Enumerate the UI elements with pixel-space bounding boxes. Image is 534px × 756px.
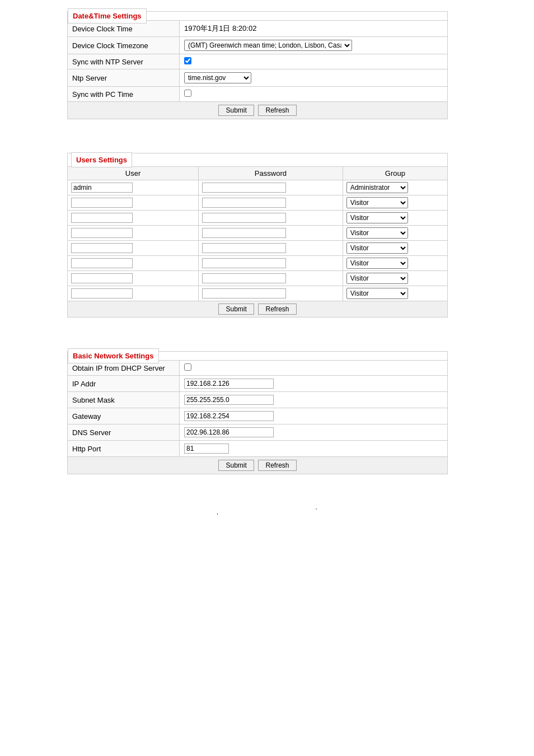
network-title: Basic Network Settings	[68, 348, 159, 363]
password-input-3[interactable]	[202, 213, 286, 223]
device-clock-time-value: 1970年1月1日 8:20:02	[180, 21, 448, 37]
password-input-7[interactable]	[202, 273, 286, 283]
user-cell-1	[68, 180, 199, 195]
subnet-mask-input[interactable]	[184, 395, 274, 405]
user-input-7[interactable]	[71, 273, 133, 283]
password-input-2[interactable]	[202, 198, 286, 208]
ip-addr-row: IP Addr	[68, 376, 448, 392]
password-cell-5	[199, 241, 343, 256]
group-cell-4: VisitorAdministrator	[343, 226, 447, 241]
group-col-header: Group	[343, 167, 447, 180]
user-input-1[interactable]	[71, 183, 133, 193]
user-input-4[interactable]	[71, 228, 133, 238]
users-title-row: Users Settings	[68, 153, 448, 167]
dns-row: DNS Server	[68, 424, 448, 441]
sync-ntp-row: Sync with NTP Server	[68, 54, 448, 69]
user-cell-2	[68, 195, 199, 211]
subnet-mask-cell	[180, 392, 448, 408]
user-col-header: User	[68, 167, 199, 180]
password-input-8[interactable]	[202, 288, 286, 298]
device-clock-timezone-cell: (GMT) Greenwich mean time; London, Lisbo…	[180, 37, 448, 54]
user-input-6[interactable]	[71, 258, 133, 268]
user-row-5: VisitorAdministrator	[68, 241, 448, 256]
user-input-8[interactable]	[71, 288, 133, 298]
password-cell-3	[199, 211, 343, 226]
user-input-5[interactable]	[71, 243, 133, 253]
dhcp-checkbox[interactable]	[184, 363, 191, 371]
users-submit-button[interactable]: Submit	[218, 304, 254, 315]
group-select-8[interactable]: VisitorAdministrator	[346, 288, 408, 299]
password-cell-7	[199, 271, 343, 286]
group-cell-7: VisitorAdministrator	[343, 271, 447, 286]
password-cell-1	[199, 180, 343, 195]
http-port-label: Http Port	[68, 441, 180, 457]
datetime-submit-button[interactable]: Submit	[218, 105, 254, 116]
group-select-2[interactable]: VisitorAdministrator	[346, 197, 408, 208]
user-cell-7	[68, 271, 199, 286]
network-title-row: Basic Network Settings	[68, 352, 448, 361]
users-section: Users Settings User Password Group Admin…	[11, 153, 523, 318]
group-select-4[interactable]: VisitorAdministrator	[346, 227, 408, 239]
password-cell-8	[199, 286, 343, 301]
timezone-select[interactable]: (GMT) Greenwich mean time; London, Lisbo…	[184, 40, 352, 51]
dns-input[interactable]	[184, 427, 274, 437]
bottom-text: , `	[11, 508, 523, 516]
network-submit-button[interactable]: Submit	[218, 460, 254, 471]
http-port-row: Http Port	[68, 441, 448, 457]
sync-pc-checkbox[interactable]	[184, 90, 191, 97]
user-cell-3	[68, 211, 199, 226]
password-input-4[interactable]	[202, 228, 286, 238]
gateway-input[interactable]	[184, 411, 274, 421]
password-input-5[interactable]	[202, 243, 286, 253]
password-input-1[interactable]	[202, 183, 286, 193]
group-select-1[interactable]: Administrator Visitor	[346, 182, 408, 193]
datetime-title-row: Date&Time Settings	[68, 12, 448, 21]
password-col-header: Password	[199, 167, 343, 180]
group-cell-3: VisitorAdministrator	[343, 211, 447, 226]
http-port-input[interactable]	[184, 444, 229, 454]
datetime-btn-cell: Submit Refresh	[68, 102, 448, 119]
ip-addr-input[interactable]	[184, 379, 274, 389]
device-clock-timezone-label: Device Clock Timezone	[68, 37, 180, 54]
datetime-title: Date&Time Settings	[68, 8, 147, 24]
group-select-7[interactable]: VisitorAdministrator	[346, 273, 408, 284]
network-refresh-button[interactable]: Refresh	[258, 460, 296, 471]
users-refresh-button[interactable]: Refresh	[258, 304, 296, 315]
gateway-cell	[180, 408, 448, 424]
user-row-1: Administrator Visitor	[68, 180, 448, 195]
group-cell-5: VisitorAdministrator	[343, 241, 447, 256]
datetime-refresh-button[interactable]: Refresh	[258, 105, 296, 116]
users-title: Users Settings	[71, 152, 132, 167]
subnet-mask-row: Subnet Mask	[68, 392, 448, 408]
datetime-section: Date&Time Settings Device Clock Time 197…	[11, 11, 523, 119]
ntp-server-select[interactable]: time.nist.gov	[184, 72, 251, 83]
datetime-btn-row: Submit Refresh	[68, 102, 448, 119]
group-select-3[interactable]: VisitorAdministrator	[346, 212, 408, 223]
user-input-3[interactable]	[71, 213, 133, 223]
ip-addr-cell	[180, 376, 448, 392]
network-btn-row: Submit Refresh	[68, 457, 448, 474]
group-select-5[interactable]: VisitorAdministrator	[346, 242, 408, 254]
password-cell-2	[199, 195, 343, 211]
group-cell-6: VisitorAdministrator	[343, 256, 447, 271]
dns-label: DNS Server	[68, 424, 180, 441]
password-input-6[interactable]	[202, 258, 286, 268]
user-input-2[interactable]	[71, 198, 133, 208]
user-row-4: VisitorAdministrator	[68, 226, 448, 241]
users-btn-cell: Submit Refresh	[68, 301, 448, 318]
user-row-6: VisitorAdministrator	[68, 256, 448, 271]
user-cell-6	[68, 256, 199, 271]
ntp-server-cell: time.nist.gov	[180, 69, 448, 87]
network-btn-cell: Submit Refresh	[68, 457, 448, 474]
group-cell-1: Administrator Visitor	[343, 180, 447, 195]
group-select-6[interactable]: VisitorAdministrator	[346, 258, 408, 269]
dhcp-cell	[180, 361, 448, 376]
password-cell-4	[199, 226, 343, 241]
user-cell-4	[68, 226, 199, 241]
user-row-3: VisitorAdministrator	[68, 211, 448, 226]
sync-ntp-checkbox[interactable]	[184, 57, 191, 64]
sync-ntp-label: Sync with NTP Server	[68, 54, 180, 69]
gateway-row: Gateway	[68, 408, 448, 424]
gateway-label: Gateway	[68, 408, 180, 424]
group-cell-2: VisitorAdministrator	[343, 195, 447, 211]
